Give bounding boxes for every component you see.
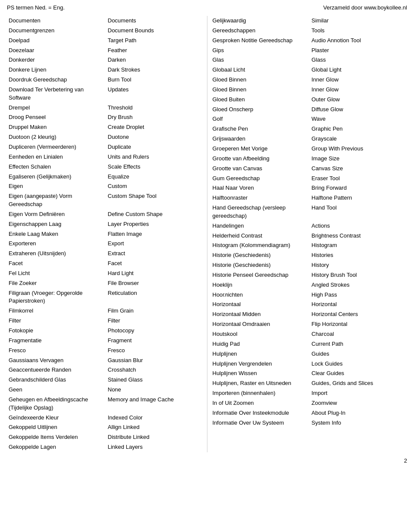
- left-nl-term: Dupliceren (Vermeerderen): [7, 142, 104, 152]
- left-nl-term: Eigen Vorm Definiëren: [7, 210, 104, 219]
- right-nl-term: Grafische Pen: [211, 124, 308, 134]
- left-en-term: Extract: [106, 249, 204, 259]
- left-en-term: Reticulation: [106, 288, 204, 307]
- page-number: 2: [404, 457, 407, 464]
- right-en-term: Global Light: [310, 65, 407, 75]
- right-nl-term: Gloed Onscherp: [211, 105, 308, 115]
- right-en-term: Histogram: [310, 241, 407, 250]
- left-section: DocumentenDocumentsDocumentgrenzenDocume…: [7, 16, 207, 452]
- right-nl-term: In of Uit Zoomen: [211, 398, 308, 408]
- right-en-term: Actions: [310, 221, 407, 231]
- right-en-term: Outer Glow: [310, 95, 407, 105]
- left-nl-term: Gekoppelde Lagen: [7, 442, 104, 452]
- right-nl-term: Historie Penseel Gereedschap: [211, 270, 308, 280]
- right-en-term: System Info: [310, 418, 407, 428]
- left-en-term: Stained Glass: [106, 375, 204, 385]
- right-nl-term: Huidig Pad: [211, 339, 308, 349]
- left-nl-term: Fragmentatie: [7, 336, 104, 346]
- right-en-term: Inner Glow: [310, 75, 407, 85]
- left-nl-term: Filmkorrel: [7, 306, 104, 316]
- right-en-term: Flip Horizontal: [310, 319, 407, 329]
- right-nl-term: Grijswaarden: [211, 134, 308, 144]
- right-nl-term: Groeperen Met Vorige: [211, 144, 308, 154]
- left-nl-term: Doelpad: [7, 36, 104, 46]
- left-nl-term: Egaliseren (Gelijkmaken): [7, 172, 104, 182]
- right-en-term: Histories: [310, 250, 407, 260]
- left-nl-term: Gekoppeld Uitlijnen: [7, 422, 104, 432]
- right-nl-term: Hooглichten: [211, 290, 308, 300]
- left-nl-term: Eigenschappen Laag: [7, 219, 104, 229]
- left-nl-term: Facet: [7, 259, 104, 269]
- right-nl-term: Grootte van Afbeelding: [211, 154, 308, 164]
- left-nl-term: Donkerder: [7, 55, 104, 65]
- header-right: Verzameld door www.boykollee.nl: [323, 4, 407, 11]
- right-en-term: Horizontal: [310, 300, 407, 310]
- right-nl-term: Hulplijnen: [211, 349, 308, 359]
- left-en-term: Equalize: [106, 172, 204, 182]
- right-en-term: Bring Forward: [310, 183, 407, 193]
- left-en-term: Fragment: [106, 336, 204, 346]
- right-en-term: Import: [310, 388, 407, 398]
- left-en-term: Distribute Linked: [106, 432, 204, 442]
- left-en-term: Linked Layers: [106, 442, 204, 452]
- left-nl-term: Documenten: [7, 16, 104, 26]
- left-en-term: Burn Tool: [106, 75, 204, 85]
- left-en-term: Memory and Image Cache: [106, 395, 204, 413]
- left-en-term: Film Grain: [106, 306, 204, 316]
- right-en-term: Diffuse Glow: [310, 105, 407, 115]
- left-en-term: Custom: [106, 182, 204, 191]
- left-en-term: Feather: [106, 46, 204, 56]
- right-en-term: History: [310, 260, 407, 270]
- left-en-term: Gaussian Blur: [106, 356, 204, 366]
- right-en-term: Glass: [310, 55, 407, 65]
- right-en-term: Image Size: [310, 154, 407, 164]
- left-nl-term: Enkele Laag Maken: [7, 229, 104, 239]
- left-nl-term: Gaussiaans Vervagen: [7, 356, 104, 366]
- left-nl-term: Gebrandschilderd Glas: [7, 375, 104, 385]
- left-nl-term: Donkere Lijnen: [7, 65, 104, 75]
- left-en-term: Scale Effects: [106, 162, 204, 172]
- left-nl-term: Fel Licht: [7, 269, 104, 279]
- left-en-term: Photocopy: [106, 326, 204, 336]
- left-nl-term: Drempel: [7, 103, 104, 113]
- left-term-grid: DocumentenDocumentsDocumentgrenzenDocume…: [7, 16, 204, 452]
- right-en-term: Plaster: [310, 46, 407, 56]
- right-en-term: Lock Guides: [310, 359, 407, 369]
- right-nl-term: Horizontaal Midden: [211, 310, 308, 319]
- right-nl-term: Helderheid Contrast: [211, 231, 308, 241]
- left-en-term: Indexed Color: [106, 413, 204, 423]
- right-nl-term: Histogram (Kolommendiagram): [211, 241, 308, 250]
- right-nl-term: Historie (Geschiedenis): [211, 260, 308, 270]
- left-en-term: File Browser: [106, 279, 204, 288]
- right-nl-term: Informatie Over Insteekmodule: [211, 408, 308, 418]
- right-nl-term: Hand Gereedschap (versleep gereedschap): [211, 203, 308, 221]
- left-nl-term: Gekoppelde Items Verdelen: [7, 432, 104, 442]
- left-en-term: Filter: [106, 316, 204, 326]
- left-nl-term: Geen: [7, 385, 104, 395]
- left-en-term: Dark Strokes: [106, 65, 204, 75]
- right-en-term: History Brush Tool: [310, 270, 407, 280]
- right-en-term: Tools: [310, 26, 407, 36]
- left-nl-term: Eigen (aangepaste) Vorm Gereedschap: [7, 191, 104, 210]
- right-nl-term: Gesproken Notitie Gereedschap: [211, 36, 308, 46]
- right-nl-term: Hulplijnen Wissen: [211, 369, 308, 379]
- left-nl-term: Download Ter Verbetering van Software: [7, 85, 104, 103]
- right-nl-term: Gelijkwaardig: [211, 16, 308, 26]
- left-nl-term: Doezelaar: [7, 46, 104, 56]
- right-nl-term: Informatie Over Uw Systeem: [211, 418, 308, 428]
- right-nl-term: Hoeklijn: [211, 280, 308, 290]
- left-en-term: Export: [106, 239, 204, 249]
- left-nl-term: Fresco: [7, 346, 104, 356]
- right-en-term: Guides: [310, 349, 407, 359]
- left-en-term: Threshold: [106, 103, 204, 113]
- right-nl-term: Gips: [211, 46, 308, 56]
- right-en-term: Clear Guides: [310, 369, 407, 379]
- right-en-term: Brightness Contrast: [310, 231, 407, 241]
- right-en-term: Canvas Size: [310, 164, 407, 174]
- left-nl-term: Doordruk Gereedschap: [7, 75, 104, 85]
- page-footer: 2: [7, 457, 407, 464]
- left-nl-term: Eigen: [7, 182, 104, 191]
- left-en-term: Documents: [106, 16, 204, 26]
- right-nl-term: Houtskool: [211, 329, 308, 339]
- left-en-term: Create Droplet: [106, 122, 204, 132]
